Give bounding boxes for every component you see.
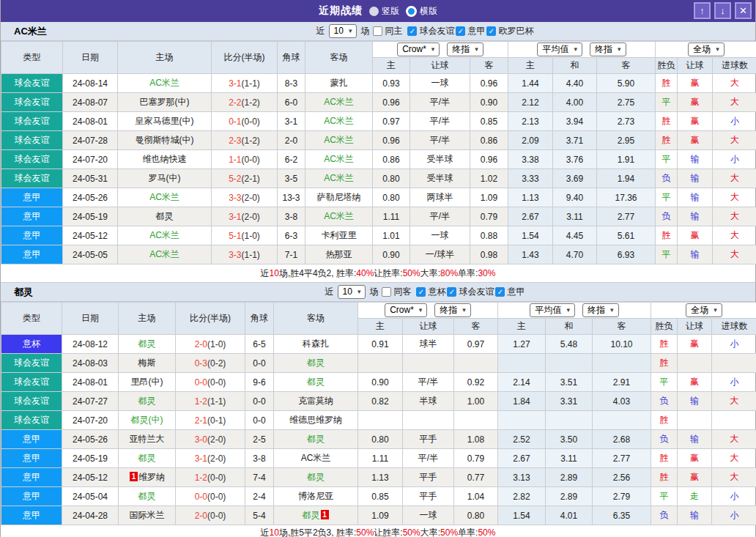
halftime-score: (2-1) xyxy=(242,174,260,184)
odds-away: 0.80 xyxy=(454,506,498,525)
team-label: 维也纳快速 xyxy=(143,154,187,164)
league-checkbox-欧罗巴杯[interactable]: ✓欧罗巴杯 xyxy=(486,25,533,37)
match-count-select[interactable]: 10 ▾ xyxy=(338,285,366,299)
odds-away: 0.90 xyxy=(470,93,508,112)
same-venue-checkbox[interactable]: 同客 xyxy=(382,286,411,298)
team-label: 克雷莫纳 xyxy=(298,396,333,406)
checkbox-icon[interactable]: ✓ xyxy=(456,26,465,36)
same-venue-checkbox[interactable]: 同主 xyxy=(373,25,402,37)
halftime-score: (2-0) xyxy=(242,193,260,203)
team-section: 都灵 近 10 ▾ 场 同客 ✓意杯✓球会友谊✓意甲 类型日期主场比分(半场)角… xyxy=(1,283,755,537)
result-outcome: 胜 xyxy=(651,468,678,487)
avg-draw: 9.40 xyxy=(553,188,597,207)
handicap-line: 平/半 xyxy=(410,131,470,150)
summary-row: 近10场,胜4平4负2, 胜率:40% 让胜率:50% 大率:80% 单率:30… xyxy=(1,264,755,283)
column-header: 比分(半场) xyxy=(212,42,278,74)
away-team: 克雷莫纳 xyxy=(274,392,358,411)
final-odds-select[interactable]: 终指▾ xyxy=(447,42,483,56)
result-goals: 小 xyxy=(712,506,756,525)
corner-count: 0-0 xyxy=(245,354,274,373)
match-count-select[interactable]: 10 ▾ xyxy=(329,24,357,38)
league-checkbox-意杯[interactable]: ✓意杯 xyxy=(416,286,445,298)
team-label: AC米兰 xyxy=(324,135,354,145)
layout-radio-horizontal[interactable]: 横版 xyxy=(406,5,437,18)
match-date: 24-08-03 xyxy=(62,354,119,373)
match-type-badge: 球会友谊 xyxy=(1,354,62,373)
final-odds-select[interactable]: 终指▾ xyxy=(582,303,619,317)
result-goals: 小 xyxy=(713,150,756,169)
odds-home: 0.90 xyxy=(373,245,410,264)
team-label: 维德思维罗纳 xyxy=(289,415,342,425)
checkbox-icon[interactable] xyxy=(382,287,391,297)
layout-radio-vertical[interactable]: 竖版 xyxy=(369,5,399,18)
final-odds-select[interactable]: 终指▾ xyxy=(434,303,471,317)
result-handicap: 赢 xyxy=(678,373,712,392)
league-checkbox-球会友谊[interactable]: ✓球会友谊 xyxy=(447,286,494,298)
average-select[interactable]: 平均值▾ xyxy=(537,42,582,56)
odds-away: 0.77 xyxy=(454,468,498,487)
radio-icon[interactable] xyxy=(406,6,417,17)
result-goals: 大 xyxy=(712,430,756,449)
odds-away: 0.85 xyxy=(470,112,508,131)
score-cell: 0-0(0-0) xyxy=(176,373,245,392)
bookmaker-select[interactable]: Crow*▾ xyxy=(385,303,427,317)
average-select[interactable]: 平均值▾ xyxy=(530,303,575,317)
checkbox-icon[interactable]: ✓ xyxy=(495,287,505,297)
odds-away: 0.98 xyxy=(470,245,508,264)
summary-segment: 让胜率: xyxy=(374,267,402,280)
radio-icon[interactable] xyxy=(369,7,379,16)
team-label: AC米兰 xyxy=(324,211,354,221)
odds-home xyxy=(358,411,403,430)
league-checkbox-意甲[interactable]: ✓意甲 xyxy=(456,25,485,37)
checkbox-icon[interactable] xyxy=(373,26,382,36)
avg-away: 2.91 xyxy=(593,373,651,392)
fulltime-score: 5-1 xyxy=(229,231,241,241)
match-date: 24-07-20 xyxy=(62,411,119,430)
odds-away: 0.88 xyxy=(470,226,508,245)
league-checkbox-意甲[interactable]: ✓意甲 xyxy=(495,286,525,298)
result-goals: 小 xyxy=(712,335,756,354)
match-date: 24-05-12 xyxy=(62,468,119,487)
halftime-score: (0-1) xyxy=(207,415,226,426)
odds-home: 0.80 xyxy=(373,188,410,207)
result-goals: 小 xyxy=(712,373,756,392)
match-date: 24-04-28 xyxy=(62,506,119,525)
result-handicap: 输 xyxy=(678,150,713,169)
column-subheader: 主 xyxy=(498,319,546,335)
handicap-line xyxy=(403,411,454,430)
column-subheader: 客 xyxy=(454,319,498,335)
checkbox-icon[interactable]: ✓ xyxy=(416,287,426,297)
result-outcome: 负 xyxy=(656,207,678,226)
team-label: 都灵 xyxy=(138,396,156,406)
league-checkbox-球会友谊[interactable]: ✓球会友谊 xyxy=(407,25,454,37)
away-team: AC米兰 xyxy=(305,131,373,150)
scope-select[interactable]: 全场▾ xyxy=(686,303,722,317)
move-up-button[interactable]: ↑ xyxy=(694,2,711,19)
checkbox-icon[interactable]: ✓ xyxy=(407,26,417,36)
home-team: 梅斯 xyxy=(119,354,176,373)
summary-segment: 30% xyxy=(478,268,495,278)
team-label: 都灵 xyxy=(307,434,325,444)
bookmaker-select[interactable]: Crow*▾ xyxy=(397,42,440,56)
checkbox-icon[interactable]: ✓ xyxy=(486,26,496,36)
checkbox-icon[interactable]: ✓ xyxy=(447,287,456,297)
away-team: 维德思维罗纳 xyxy=(274,411,358,430)
odds-home: 0.90 xyxy=(358,373,403,392)
move-down-button[interactable]: ↓ xyxy=(714,2,731,19)
table-row: 意甲24-04-28国际米兰2-0(0-0)5-4都灵11.09一球0.801.… xyxy=(1,506,756,525)
radio-label[interactable]: 竖版 xyxy=(382,5,399,18)
section-filter-bar: AC米兰 近 10 ▾ 场 同主 ✓球会友谊✓意甲✓欧罗巴杯 xyxy=(1,22,755,41)
radio-label[interactable]: 横版 xyxy=(420,5,437,18)
avg-away: 2.77 xyxy=(597,207,656,226)
result-outcome: 平 xyxy=(656,245,678,264)
match-type-badge: 球会友谊 xyxy=(1,169,63,188)
team-label: 都灵 xyxy=(307,472,325,482)
close-button[interactable]: ✕ xyxy=(735,2,752,19)
final-odds-select[interactable]: 终指▾ xyxy=(590,42,626,56)
avg-home: 2.13 xyxy=(508,112,553,131)
avg-away: 1.91 xyxy=(597,150,656,169)
result-outcome: 胜 xyxy=(651,335,678,354)
scope-select[interactable]: 全场▾ xyxy=(688,42,724,56)
team-section: AC米兰 近 10 ▾ 场 同主 ✓球会友谊✓意甲✓欧罗巴杯 类型日期主场比分(… xyxy=(1,22,755,283)
avg-away xyxy=(593,354,651,373)
